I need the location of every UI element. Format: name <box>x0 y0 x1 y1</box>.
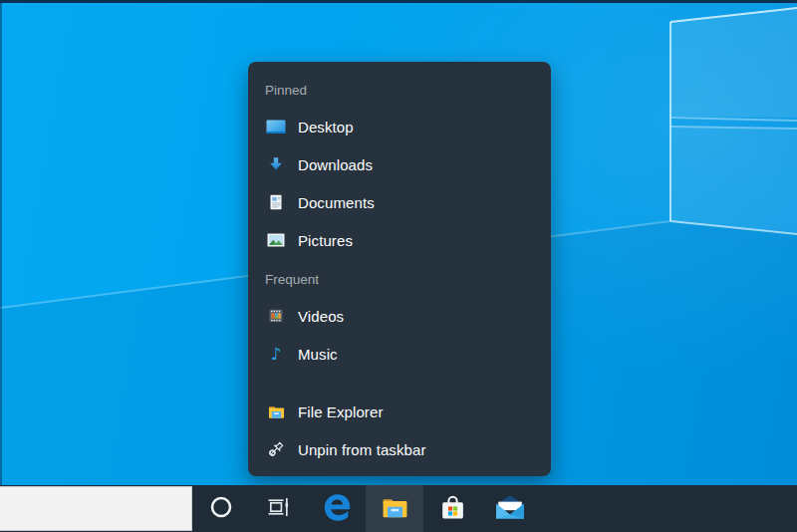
jumplist-item-label: Documents <box>298 194 375 211</box>
taskbar-button-cortana[interactable] <box>192 485 250 532</box>
file-explorer-folder-icon <box>265 402 287 420</box>
jumplist-item-label: Desktop <box>298 119 354 135</box>
jumplist-item-label: Music <box>298 346 338 363</box>
folder-icon <box>382 496 408 522</box>
jumplist-item-label: Downloads <box>298 156 373 173</box>
jumplist-actions: File Explorer Unpin from taskbar <box>248 393 551 468</box>
edge-icon <box>321 491 354 527</box>
jumplist-section-header-pinned: Pinned <box>265 82 534 100</box>
videos-icon <box>265 307 287 325</box>
wallpaper-windows-logo-pane-top <box>670 8 797 120</box>
taskbar-button-store[interactable] <box>423 485 481 532</box>
jumplist-item-unpin[interactable]: Unpin from taskbar <box>248 430 551 468</box>
desktop-icon <box>265 118 287 135</box>
desktop-screen: Pinned Desktop <box>0 0 797 532</box>
wallpaper-logo-left-edge <box>669 22 671 221</box>
taskbar-button-edge[interactable] <box>308 485 366 532</box>
jumplist-item-documents[interactable]: Documents <box>248 183 551 221</box>
jumplist-item-videos[interactable]: Videos <box>248 297 551 335</box>
task-view-icon <box>266 494 292 523</box>
taskbar-search-box[interactable] <box>0 486 192 531</box>
jumplist-item-label: File Explorer <box>298 403 384 420</box>
pictures-icon <box>265 231 287 249</box>
taskbar-button-mail[interactable] <box>481 485 539 532</box>
taskbar <box>0 485 797 532</box>
jumplist-item-downloads[interactable]: Downloads <box>248 145 551 183</box>
music-icon: ♪ <box>265 345 287 363</box>
screen-left-edge <box>0 3 2 485</box>
downloads-icon <box>265 155 287 173</box>
jumplist-item-pictures[interactable]: Pictures <box>248 221 551 259</box>
wallpaper-windows-logo-pane-bottom <box>670 124 797 235</box>
store-bag-icon <box>438 493 467 525</box>
jumplist-item-label: Pictures <box>298 232 353 249</box>
jumplist-item-label: Videos <box>298 308 344 325</box>
unpin-icon <box>265 440 287 458</box>
jumplist-section-header-frequent: Frequent <box>265 271 534 289</box>
jumplist-item-music[interactable]: ♪ Music <box>248 335 551 373</box>
jumplist-item-desktop[interactable]: Desktop <box>248 108 551 145</box>
taskbar-button-file-explorer[interactable] <box>366 485 423 532</box>
documents-icon <box>265 193 287 211</box>
cortana-circle-icon <box>209 495 233 522</box>
jumplist-item-file-explorer[interactable]: File Explorer <box>248 393 551 430</box>
screen-top-edge <box>0 0 797 3</box>
taskbar-button-task-view[interactable] <box>250 485 308 532</box>
jumplist-item-label: Unpin from taskbar <box>298 441 426 458</box>
mail-envelope-icon <box>495 494 525 523</box>
file-explorer-jumplist: Pinned Desktop <box>248 62 551 476</box>
